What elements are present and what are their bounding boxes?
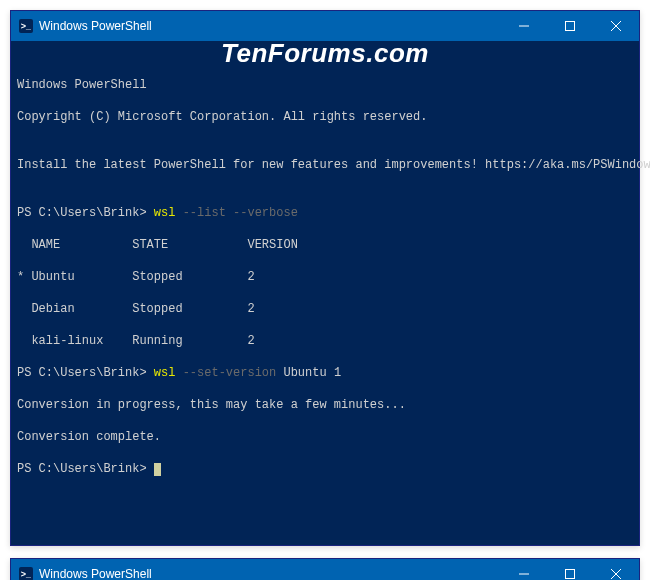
col-version: VERSION — [247, 238, 297, 252]
maximize-button[interactable] — [547, 559, 593, 580]
command-args: --list --verbose — [183, 206, 298, 220]
window-controls — [501, 559, 639, 580]
terminal-line — [17, 493, 633, 509]
terminal-line: Copyright (C) Microsoft Corporation. All… — [17, 109, 633, 125]
powershell-icon: >_ — [19, 19, 33, 33]
svg-rect-1 — [566, 22, 575, 31]
cursor — [154, 463, 161, 476]
minimize-button[interactable] — [501, 559, 547, 580]
close-button[interactable] — [593, 559, 639, 580]
list-row: Debian Stopped 2 — [17, 301, 633, 317]
titlebar-left: >_ Windows PowerShell — [11, 567, 152, 580]
svg-rect-5 — [566, 570, 575, 579]
terminal-output[interactable]: TenForums.com Windows PowerShell Copyrig… — [11, 41, 639, 545]
command-exec: wsl — [154, 366, 176, 380]
terminal-line: Windows PowerShell — [17, 77, 633, 93]
watermark-text: TenForums.com — [221, 45, 429, 61]
window-controls — [501, 11, 639, 41]
prompt: PS C:\Users\Brink> — [17, 206, 147, 220]
titlebar[interactable]: >_ Windows PowerShell — [11, 11, 639, 41]
col-state: STATE — [132, 238, 247, 252]
window-title: Windows PowerShell — [39, 19, 152, 33]
prompt: PS C:\Users\Brink> — [17, 366, 147, 380]
command-args: --set-version — [183, 366, 277, 380]
terminal-line: Install the latest PowerShell for new fe… — [17, 157, 633, 173]
command-rest: Ubuntu 1 — [283, 366, 341, 380]
command-line: PS C:\Users\Brink> wsl --list --verbose — [17, 205, 633, 221]
powershell-window-2: >_ Windows PowerShell TenForums.com Wind… — [10, 558, 640, 580]
list-row: * Ubuntu Stopped 2 — [17, 269, 633, 285]
command-line: PS C:\Users\Brink> — [17, 461, 633, 477]
maximize-button[interactable] — [547, 11, 593, 41]
powershell-window-1: >_ Windows PowerShell TenForums.com Wind… — [10, 10, 640, 546]
minimize-button[interactable] — [501, 11, 547, 41]
list-row: kali-linux Running 2 — [17, 333, 633, 349]
col-name: NAME — [17, 238, 132, 252]
list-header: NAME STATE VERSION — [17, 237, 633, 253]
window-title: Windows PowerShell — [39, 567, 152, 580]
titlebar-left: >_ Windows PowerShell — [11, 19, 152, 33]
terminal-line: Conversion complete. — [17, 429, 633, 445]
command-line: PS C:\Users\Brink> wsl --set-version Ubu… — [17, 365, 633, 381]
terminal-line: Conversion in progress, this may take a … — [17, 397, 633, 413]
close-button[interactable] — [593, 11, 639, 41]
titlebar[interactable]: >_ Windows PowerShell — [11, 559, 639, 580]
prompt: PS C:\Users\Brink> — [17, 462, 147, 476]
command-exec: wsl — [154, 206, 176, 220]
powershell-icon: >_ — [19, 567, 33, 580]
